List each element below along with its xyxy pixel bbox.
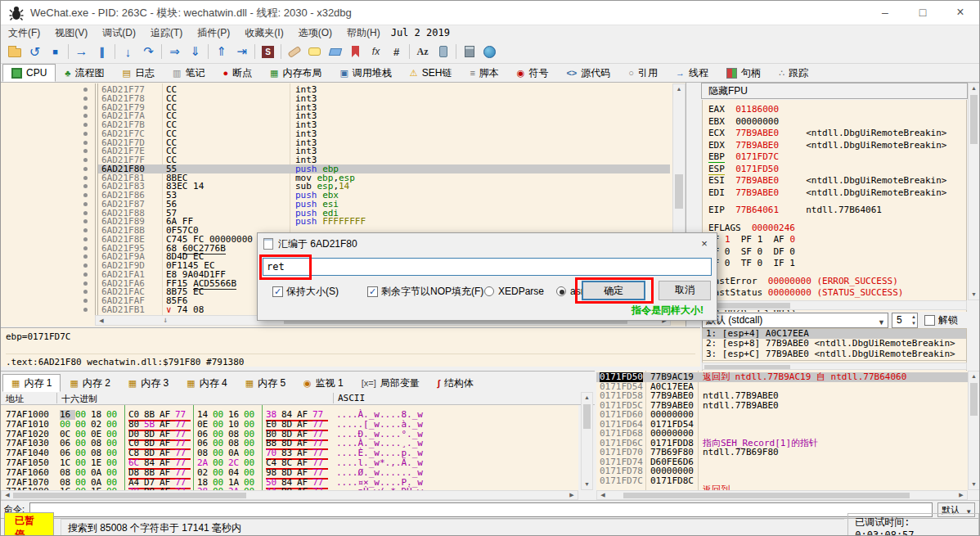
tab-memory-map[interactable]: ▦内存布局 [261, 64, 330, 82]
register-line[interactable]: ZF 1 PF 1 AF 0 [708, 234, 795, 245]
calculator-icon[interactable] [459, 43, 479, 61]
breakpoint-dot-icon[interactable] [83, 211, 88, 215]
bookmarks-icon[interactable] [345, 43, 366, 61]
tab-graph[interactable]: ♣流程图 [56, 64, 113, 82]
maximize-button[interactable]: □ [904, 1, 942, 25]
scroll-up-icon[interactable]: ▲ [582, 393, 592, 403]
menu-item-1[interactable]: 视图(V) [47, 26, 95, 40]
tab-trace[interactable]: ∴跟踪 [770, 64, 817, 82]
register-line[interactable]: EFLAGS 00000246 [708, 223, 795, 233]
scroll-left-icon[interactable]: ◀ [97, 316, 106, 325]
tab-mem2[interactable]: ▦内存 2 [61, 374, 119, 392]
dialog-title-bar[interactable]: 汇编于 6AD21F80 × [258, 233, 717, 254]
stack-argument-row[interactable]: 4: [esp+10] 00000000 [703, 359, 967, 361]
registers-horizontal-scrollbar[interactable] [702, 300, 967, 310]
registers-vertical-scrollbar[interactable]: ▲ ▼ [968, 83, 980, 300]
strings-icon[interactable]: Az [412, 43, 433, 61]
scroll-right-icon[interactable]: ▶ [957, 491, 965, 499]
breakpoint-dot-icon[interactable] [83, 246, 88, 250]
stack-panel[interactable]: 0171FD5077B9AC19返回到 ntdll.77B9AC19 自 ntd… [596, 371, 968, 490]
scylla-icon[interactable]: S [258, 43, 278, 61]
menu-item-6[interactable]: 选项(O) [291, 26, 339, 40]
stack-argument-row[interactable]: 1: [esp+4] A0C17EEA [703, 329, 967, 339]
stack-vertical-scrollbar[interactable]: ▲ ▼ [968, 371, 980, 490]
register-line[interactable]: LastStatus 00000000 (STATUS_SUCCESS) [708, 287, 903, 298]
tab-handles[interactable]: 句柄 [717, 64, 770, 82]
cancel-button[interactable]: 取消 [659, 281, 711, 300]
breakpoint-dot-icon[interactable] [83, 123, 88, 127]
breakpoint-dot-icon[interactable] [83, 193, 88, 197]
memory-map-icon[interactable] [479, 43, 500, 61]
step-out-icon[interactable]: ⇑ [211, 43, 232, 61]
tab-references[interactable]: ○引用 [619, 64, 667, 82]
stack-row[interactable]: 0171FD7C0171FD8C [596, 476, 968, 486]
breakpoint-dot-icon[interactable] [83, 263, 88, 268]
dump-horizontal-scrollbar[interactable]: ◀ ▶ [1, 490, 578, 500]
calling-convention-select[interactable]: 默认 (stdcall) ▼ [702, 313, 888, 328]
restart-icon[interactable]: ↺ [25, 43, 45, 61]
register-line[interactable]: EBP 0171FD7C [708, 151, 779, 162]
breakpoint-dot-icon[interactable] [83, 273, 88, 277]
register-line[interactable]: EBX 00000000 [708, 116, 779, 127]
breakpoint-dot-icon[interactable] [83, 290, 88, 294]
comments-icon[interactable] [304, 43, 325, 61]
scroll-left-icon[interactable]: ◀ [3, 491, 11, 499]
tab-script[interactable]: ≡脚本 [461, 64, 507, 82]
register-line[interactable]: ESP 0171FD50 [708, 164, 779, 174]
run-to-user-code-icon[interactable]: ⇥ [232, 43, 252, 61]
menu-item-2[interactable]: 调试(D) [95, 26, 143, 40]
tab-seh[interactable]: ⚠SEH链 [401, 64, 461, 82]
tab-threads[interactable]: →线程 [667, 64, 717, 82]
register-line[interactable]: ESI 77B9ABE0 <ntdll.DbgUiRemoteBreakin> [708, 175, 946, 186]
menu-item-7[interactable]: 帮助(H) [339, 26, 388, 40]
register-line[interactable]: EAX 01186000 [708, 104, 779, 115]
breakpoint-dot-icon[interactable] [83, 299, 88, 303]
scroll-down-icon[interactable]: ▼ [969, 480, 979, 489]
tab-mem4[interactable]: ▦内存 4 [178, 374, 236, 392]
tab-struct[interactable]: ∫结构体 [429, 374, 483, 392]
register-line[interactable]: ECX 77B9ABE0 <ntdll.DbgUiRemoteBreakin> [708, 128, 946, 138]
register-line[interactable]: EDX 77B9ABE0 <ntdll.DbgUiRemoteBreakin> [708, 140, 946, 151]
nop-fill-checkbox[interactable]: ✓ 剩余字节以NOP填充(F) [367, 282, 483, 300]
breakpoint-dot-icon[interactable] [83, 282, 88, 286]
tab-source[interactable]: <>源代码 [557, 64, 619, 82]
register-line[interactable]: EDI 77B9ABE0 <ntdll.DbgUiRemoteBreakin> [708, 187, 946, 198]
breakpoint-dot-icon[interactable] [83, 167, 88, 171]
dump-row[interactable]: 77AF101000000200805BAF770E001000E08DAF77… [1, 420, 578, 430]
scroll-down-icon[interactable]: ▼ [969, 290, 979, 300]
functions-icon[interactable]: fx [366, 43, 386, 61]
tab-watch[interactable]: ◉监视 1 [294, 374, 353, 392]
dump-vertical-scrollbar[interactable]: ▲ ▼ [581, 392, 593, 490]
trace-into-icon[interactable]: ⇓ [185, 43, 205, 61]
shortcuts-icon[interactable]: # [386, 43, 407, 61]
labels-icon[interactable] [325, 43, 345, 61]
memory-dump-panel[interactable]: 77AF100016001800C08BAF77140016003884AF77… [1, 405, 578, 490]
close-button[interactable]: × [942, 1, 979, 25]
register-line[interactable]: OF 0 SF 0 DF 0 [708, 246, 795, 257]
hide-fpu-button[interactable]: 隐藏FPU [701, 83, 968, 99]
breakpoint-dot-icon[interactable] [83, 228, 88, 232]
register-line[interactable]: LastError 00000000 (ERROR_SUCCESS) [708, 276, 898, 286]
close-icon[interactable]: ■ [45, 43, 65, 61]
call-stack-icon[interactable] [433, 43, 453, 61]
tab-mem1[interactable]: ▦内存 1 [2, 374, 61, 392]
register-line[interactable]: CF 0 TF 0 IF 1 [708, 258, 795, 268]
menu-item-5[interactable]: 收藏夹(I) [237, 26, 290, 40]
unlock-checkbox[interactable] [924, 315, 935, 326]
register-line[interactable]: EIP 77B64061 ntdll.77B64061 [708, 205, 882, 215]
breakpoint-dot-icon[interactable] [83, 158, 88, 162]
stack-argument-row[interactable]: 3: [esp+C] 77B9ABE0 <ntdll.DbgUiRemoteBr… [703, 349, 967, 359]
breakpoint-dot-icon[interactable] [83, 202, 88, 206]
args-count-spinner[interactable]: 5 ▲▼ [892, 313, 918, 328]
assembly-instruction-input[interactable]: ret [263, 258, 712, 276]
tab-call-stack[interactable]: ▣调用堆栈 [330, 64, 400, 82]
tab-mem5[interactable]: ▦内存 5 [236, 374, 294, 392]
breakpoint-dot-icon[interactable] [83, 106, 88, 110]
arguments-horizontal-scrollbar[interactable] [702, 363, 967, 370]
tab-breakpoints[interactable]: ●断点 [214, 64, 261, 82]
breakpoint-dot-icon[interactable] [83, 176, 88, 180]
breakpoint-dot-icon[interactable] [83, 237, 88, 241]
step-into-icon[interactable]: ↓ [118, 43, 138, 61]
menu-item-3[interactable]: 追踪(T) [143, 26, 190, 40]
breakpoint-dot-icon[interactable] [83, 97, 88, 101]
